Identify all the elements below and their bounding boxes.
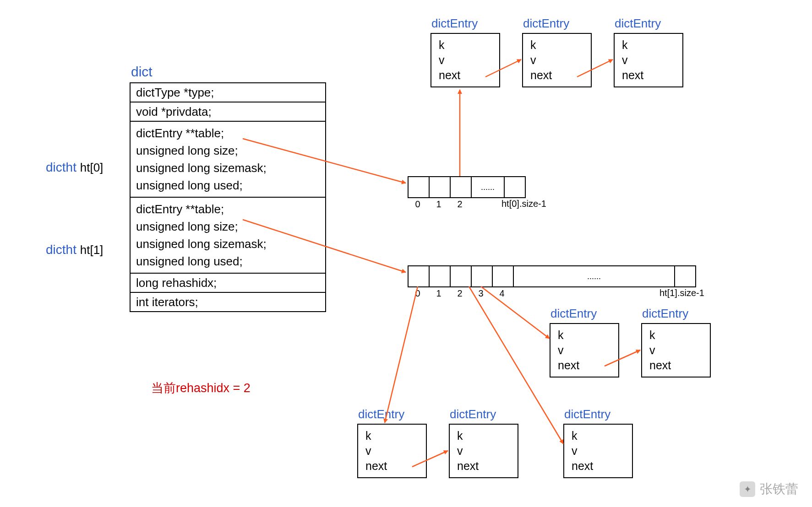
entry-top-2-next: next bbox=[530, 68, 591, 83]
dictht0-label: dictht ht[0] bbox=[46, 160, 103, 175]
entry-top-2-k: k bbox=[530, 38, 591, 53]
entry-top-1-next: next bbox=[439, 68, 499, 83]
entry-top-1: k v next bbox=[431, 33, 500, 87]
dictht1-text: dictht bbox=[46, 243, 76, 257]
entry-bot-3-v: v bbox=[572, 443, 632, 458]
ht1-idx-3: 3 bbox=[478, 288, 483, 299]
entry-top-1-k: k bbox=[439, 38, 499, 53]
entry-mid-1: k v next bbox=[550, 323, 619, 378]
ht0-idx-2: 2 bbox=[457, 199, 462, 210]
ht0-idx-0: 0 bbox=[415, 199, 420, 210]
entry-bot-1: k v next bbox=[357, 424, 427, 478]
entry-top-3-k: k bbox=[622, 38, 682, 53]
ht1-cell-ellipsis: ...... bbox=[513, 266, 674, 286]
dict-struct-table: dictType *type; void *privdata; dictEntr… bbox=[130, 82, 326, 312]
ht0-line-3: unsigned long used; bbox=[136, 177, 325, 194]
ht0-size-label: ht[0].size-1 bbox=[501, 199, 546, 209]
ht0-line-2: unsigned long sizemask; bbox=[136, 159, 325, 177]
ht1-size-label: ht[1].size-1 bbox=[659, 288, 704, 298]
entry-bot-1-k: k bbox=[365, 428, 426, 443]
dict-field-type: dictType *type; bbox=[131, 83, 325, 102]
ht1-array: ...... bbox=[408, 265, 696, 287]
ht1-cell-last bbox=[674, 266, 695, 286]
entry-bot-1-next: next bbox=[365, 458, 426, 474]
entry-mid-2: k v next bbox=[641, 323, 711, 378]
ht0-cell-0 bbox=[409, 177, 429, 197]
entry-top-3: k v next bbox=[614, 33, 683, 87]
ht1-idx-0: 0 bbox=[415, 288, 420, 299]
entry-top-3-v: v bbox=[622, 53, 682, 68]
entry-mid-1-k: k bbox=[558, 328, 618, 343]
entry-heading-top-1: dictEntry bbox=[431, 16, 478, 31]
dictht0-text: dictht bbox=[46, 160, 76, 174]
ht1-idx-4: 4 bbox=[499, 288, 504, 299]
ht0-array: ...... bbox=[408, 176, 526, 198]
entry-mid-1-next: next bbox=[558, 358, 618, 373]
entry-bot-2-next: next bbox=[457, 458, 518, 474]
ht0-cell-ellipsis: ...... bbox=[471, 177, 504, 197]
entry-heading-bot-3: dictEntry bbox=[564, 407, 610, 421]
ht1-cell-0 bbox=[409, 266, 429, 286]
ht1-line-0: dictEntry **table; bbox=[136, 200, 325, 218]
ht1-line-3: unsigned long used; bbox=[136, 253, 325, 270]
entry-mid-1-v: v bbox=[558, 343, 618, 358]
ht1-suffix: ht[1] bbox=[80, 243, 104, 257]
entry-bot-2-v: v bbox=[457, 443, 518, 458]
entry-bot-3-k: k bbox=[572, 428, 632, 443]
ht1-cell-3 bbox=[471, 266, 492, 286]
entry-bot-2-k: k bbox=[457, 428, 518, 443]
dict-field-iterators: int iterators; bbox=[131, 292, 325, 311]
ht0-cell-1 bbox=[429, 177, 450, 197]
ht0-cell-last bbox=[504, 177, 525, 197]
entry-bot-2: k v next bbox=[449, 424, 518, 478]
ht1-cell-4 bbox=[492, 266, 513, 286]
dict-field-rehashidx: long rehashidx; bbox=[131, 273, 325, 292]
ht1-idx-1: 1 bbox=[436, 288, 441, 299]
entry-bot-3: k v next bbox=[563, 424, 633, 478]
entry-top-1-v: v bbox=[439, 53, 499, 68]
dict-field-privdata: void *privdata; bbox=[131, 102, 325, 121]
entry-heading-top-2: dictEntry bbox=[523, 16, 569, 31]
ht0-line-1: unsigned long size; bbox=[136, 142, 325, 159]
entry-top-2: k v next bbox=[522, 33, 592, 87]
entry-mid-2-next: next bbox=[649, 358, 710, 373]
entry-bot-1-v: v bbox=[365, 443, 426, 458]
entry-mid-2-v: v bbox=[649, 343, 710, 358]
arrow-ht1-slot3-mid1 bbox=[481, 286, 550, 339]
dict-ht1-block: dictEntry **table; unsigned long size; u… bbox=[131, 197, 325, 273]
dict-heading: dict bbox=[131, 64, 153, 80]
ht1-cell-1 bbox=[429, 266, 450, 286]
watermark: ✦ 张铁蕾 bbox=[740, 480, 798, 498]
entry-heading-bot-1: dictEntry bbox=[358, 407, 404, 421]
entry-heading-bot-2: dictEntry bbox=[450, 407, 496, 421]
dictht1-label: dictht ht[1] bbox=[46, 243, 103, 257]
entry-bot-3-next: next bbox=[572, 458, 632, 474]
entry-mid-2-k: k bbox=[649, 328, 710, 343]
arrow-ht1-slot0-bot1 bbox=[385, 286, 418, 423]
ht0-cell-2 bbox=[450, 177, 471, 197]
watermark-text: 张铁蕾 bbox=[760, 480, 798, 498]
ht1-line-1: unsigned long size; bbox=[136, 218, 325, 235]
ht0-line-0: dictEntry **table; bbox=[136, 124, 325, 142]
entry-top-3-next: next bbox=[622, 68, 682, 83]
rehash-note: 当前rehashidx = 2 bbox=[151, 380, 251, 396]
wechat-icon: ✦ bbox=[740, 481, 755, 497]
entry-top-2-v: v bbox=[530, 53, 591, 68]
entry-heading-mid-1: dictEntry bbox=[550, 307, 597, 321]
ht1-idx-2: 2 bbox=[457, 288, 462, 299]
ht0-idx-1: 1 bbox=[436, 199, 441, 210]
ht1-line-2: unsigned long sizemask; bbox=[136, 235, 325, 253]
dict-ht0-block: dictEntry **table; unsigned long size; u… bbox=[131, 121, 325, 197]
ht1-cell-2 bbox=[450, 266, 471, 286]
entry-heading-top-3: dictEntry bbox=[615, 16, 661, 31]
entry-heading-mid-2: dictEntry bbox=[642, 307, 688, 321]
ht0-suffix: ht[0] bbox=[80, 161, 104, 174]
